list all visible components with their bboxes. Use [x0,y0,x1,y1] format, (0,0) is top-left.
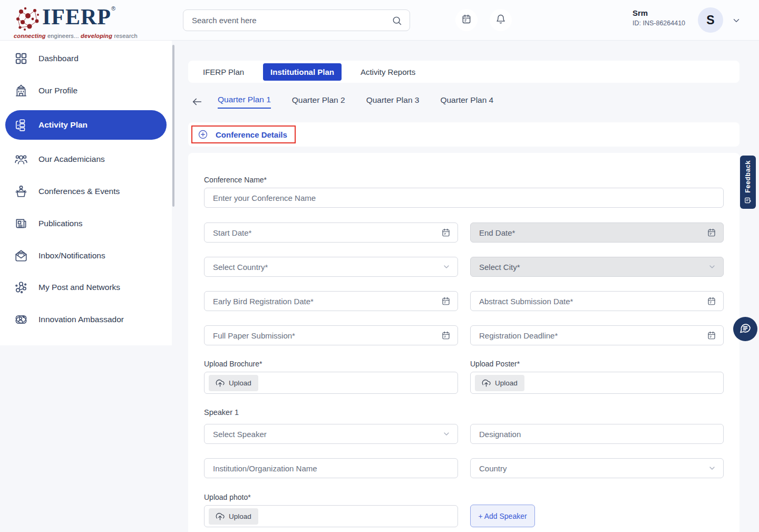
calendar-icon[interactable] [707,296,716,306]
sidebar-item-label: Conferences & Events [38,187,120,196]
institution-name-field[interactable] [204,458,458,478]
notifications-button[interactable] [490,9,512,31]
chevron-down-icon[interactable] [708,464,716,472]
sidebar-item-label: Our Profile [38,86,77,95]
sidebar-item-our-academicians[interactable]: Our Academicians [0,147,172,171]
sidebar: Dashboard Our Profile Activity Plan Our … [0,41,172,345]
upload-icon [216,512,225,521]
sidebar-item-label: Publications [38,219,83,228]
sidebar-item-publications[interactable]: Publications [0,211,172,236]
photo-upload-box[interactable]: Upload [204,505,458,527]
tab-quarter-plan-3[interactable]: Quarter Plan 3 [366,95,420,108]
brand-name: IFERP [42,5,111,29]
institution-name-input[interactable] [205,459,458,478]
publications-icon [13,216,29,231]
upload-button-label: Upload [229,379,251,387]
conference-name-input[interactable] [205,188,723,207]
poster-upload-box[interactable]: Upload [470,372,724,394]
abstract-submission-date-input[interactable] [471,292,707,311]
calendar-icon[interactable] [441,228,451,237]
registration-deadline-input[interactable] [471,326,707,345]
conference-details-bar: Conference Details [188,122,739,147]
feedback-tab[interactable]: Feedback [740,156,756,209]
full-paper-submission-input[interactable] [205,326,441,345]
academicians-icon [13,151,29,167]
user-name: Srm [632,8,690,17]
conference-name-field[interactable] [204,188,724,208]
select-speaker-field[interactable] [204,424,458,444]
calendar-icon[interactable] [441,296,451,306]
sidebar-item-label: Our Academicians [38,154,105,164]
tab-activity-reports[interactable]: Activity Reports [353,63,423,81]
brochure-upload-button[interactable]: Upload [209,375,258,391]
early-bird-date-field[interactable] [204,291,458,311]
add-speaker-button[interactable]: + Add Speaker [470,505,535,527]
conference-details-label: Conference Details [216,130,287,139]
upload-icon [482,379,491,388]
iferp-globe-icon [14,5,42,34]
chat-button[interactable] [733,317,757,341]
sidebar-item-label: Dashboard [38,54,79,63]
search-icon[interactable] [392,15,402,26]
registration-deadline-field[interactable] [470,325,724,345]
photo-upload-button[interactable]: Upload [209,508,258,525]
chevron-down-icon[interactable] [442,430,451,438]
top-header: IFERP® connecting engineers... developin… [0,0,759,41]
tab-institutional-plan[interactable]: Institutional Plan [263,63,342,81]
speaker-section-label: Speaker 1 [204,408,724,417]
chat-bubble-icon [739,322,752,336]
calendar-icon [461,14,472,26]
plan-tabs: IFERP Plan Institutional Plan Activity R… [188,61,739,83]
start-date-input[interactable] [205,223,441,242]
select-speaker-input[interactable] [205,424,442,443]
upload-icon [216,379,225,388]
event-search[interactable] [183,9,410,31]
full-paper-submission-field[interactable] [204,325,458,345]
search-input[interactable] [183,16,392,25]
conference-name-label: Conference Name* [204,176,724,184]
chevron-down-icon[interactable] [732,16,741,25]
calendar-icon[interactable] [707,331,716,340]
tab-iferp-plan[interactable]: IFERP Plan [196,63,251,81]
sidebar-item-innovation-ambassador[interactable]: Innovation Ambassador [0,307,172,332]
back-arrow-icon[interactable] [191,96,203,108]
chevron-down-icon[interactable] [442,263,451,271]
user-info[interactable]: Srm ID: INS-86264410 [632,8,690,27]
sidebar-item-activity-plan[interactable]: Activity Plan [5,110,167,140]
tab-quarter-plan-4[interactable]: Quarter Plan 4 [440,95,493,108]
conference-podium-icon [13,183,29,199]
end-date-field [470,223,724,243]
country-select[interactable] [204,257,458,277]
calendar-button[interactable] [455,9,478,31]
avatar-initial: S [706,13,714,27]
speaker-country-input[interactable] [471,459,708,478]
sidebar-item-dashboard[interactable]: Dashboard [0,46,172,71]
sidebar-item-conferences-events[interactable]: Conferences & Events [0,179,172,204]
add-conference-details-button[interactable]: Conference Details [191,125,296,143]
end-date-input [471,223,707,242]
country-select-input[interactable] [205,257,442,276]
abstract-submission-date-field[interactable] [470,291,724,311]
sidebar-scrollbar[interactable] [172,45,174,207]
poster-upload-button[interactable]: Upload [475,375,524,391]
tab-quarter-plan-2[interactable]: Quarter Plan 2 [292,95,345,108]
speaker-country-select[interactable] [470,458,724,478]
feedback-label: Feedback [744,160,752,193]
start-date-field[interactable] [204,223,458,243]
sidebar-item-our-profile[interactable]: Our Profile [0,79,172,103]
sidebar-item-label: Inbox/Notifications [38,251,105,260]
brochure-upload-box[interactable]: Upload [204,372,458,394]
upload-button-label: Upload [495,379,518,387]
sidebar-item-my-post-networks[interactable]: My Post and Networks [0,275,172,299]
designation-field[interactable] [470,424,724,444]
iferp-logo: IFERP® connecting engineers... developin… [14,4,167,39]
plus-circle-icon [198,129,208,140]
early-bird-date-input[interactable] [205,292,441,311]
calendar-icon[interactable] [441,331,451,340]
tab-quarter-plan-1[interactable]: Quarter Plan 1 [218,95,271,109]
upload-poster-label: Upload Poster* [470,360,724,368]
designation-input[interactable] [471,424,723,443]
brand-tagline: connecting engineers... developing resea… [14,33,167,39]
sidebar-item-inbox-notifications[interactable]: Inbox/Notifications [0,244,172,268]
avatar[interactable]: S [698,7,723,33]
